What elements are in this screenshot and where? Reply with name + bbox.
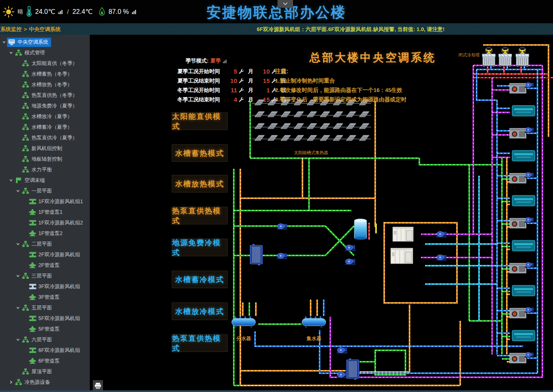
solar-collector[interactable] <box>346 123 356 129</box>
floor-unit-box[interactable] <box>512 150 535 161</box>
pump[interactable] <box>525 262 534 268</box>
sidebar-item[interactable]: 6F双冷源新风机组 <box>0 345 90 356</box>
breadcrumb-parent[interactable]: 系统监控 <box>0 26 22 32</box>
plate-heat-exchanger[interactable] <box>250 244 263 265</box>
sidebar-item[interactable]: 1F双冷源新风机组1 <box>0 196 90 207</box>
chevron-down-icon[interactable] <box>15 274 21 278</box>
chevron-down-icon[interactable] <box>8 51 14 55</box>
collector-tank[interactable] <box>302 316 326 328</box>
sidebar-item[interactable]: 冷热源设备 <box>0 377 90 388</box>
ahu-unit[interactable] <box>510 218 526 228</box>
sidebar-item[interactable]: 水力平衡 <box>0 164 90 175</box>
chevron-down-icon[interactable] <box>8 178 14 182</box>
edit-wrench-icon[interactable] <box>238 69 244 74</box>
sidebar-item[interactable]: 水槽蓄热（冬季） <box>0 69 90 79</box>
sidebar-item[interactable]: 2F管道泵 <box>0 260 90 271</box>
sidebar-item[interactable]: 热泵直供冷（夏季） <box>0 132 90 143</box>
sidebar-item[interactable]: 水槽蓄冷（夏季） <box>0 122 90 132</box>
solar-collector[interactable] <box>320 112 330 117</box>
month-value[interactable]: 4 <box>226 96 237 103</box>
sidebar-item[interactable]: 1F管道泵2 <box>0 228 90 239</box>
mode-button-ground-free-cool[interactable]: 地源免费冷模式 <box>172 239 228 256</box>
sidebar-item[interactable]: 一层平面 <box>0 186 90 196</box>
chevron-down-icon[interactable] <box>15 189 21 193</box>
solar-collector[interactable] <box>346 135 356 141</box>
sidebar-item[interactable]: 3F双冷源新风机组 <box>0 281 90 292</box>
pump[interactable] <box>277 224 287 230</box>
mode-button-tank-store-heat[interactable]: 水槽蓄热模式 <box>172 144 228 162</box>
sidebar-item[interactable]: 新风机组控制 <box>0 143 90 154</box>
chevron-down-icon[interactable] <box>15 242 21 246</box>
mode-button-heatpump-supply[interactable]: 热泵直供热模式 <box>172 334 228 352</box>
solar-collector[interactable] <box>359 112 369 117</box>
sidebar-item[interactable]: 屋顶平面 <box>0 366 90 377</box>
storage-tank[interactable] <box>354 219 367 240</box>
print-button[interactable] <box>93 380 103 392</box>
pump[interactable] <box>525 128 534 133</box>
ahu-unit[interactable] <box>510 83 526 93</box>
solar-collector[interactable] <box>320 135 330 141</box>
pump[interactable] <box>525 83 534 88</box>
sidebar-item[interactable]: 地板辐射控制 <box>0 154 90 164</box>
alarm-message[interactable]: 6F双冷源新风机组：六层平面.6F双冷源新风机组.缺风报警, 当前值: 1.0,… <box>257 26 444 33</box>
collapse-header-tab[interactable] <box>278 0 293 8</box>
chevron-down-icon[interactable] <box>15 338 21 342</box>
sidebar-item[interactable]: 太阳能直供（冬季） <box>0 58 90 69</box>
solar-collector[interactable] <box>333 123 343 129</box>
sidebar-item[interactable]: 三层平面 <box>0 271 90 281</box>
ahu-unit[interactable] <box>510 308 526 318</box>
sidebar-item[interactable]: 空调末端 <box>0 175 90 186</box>
pump[interactable] <box>337 372 347 379</box>
day-value[interactable]: 15 <box>259 77 270 84</box>
sidebar-item[interactable]: 二层平面 <box>0 239 90 249</box>
ahu-unit[interactable] <box>510 353 526 363</box>
solar-collector[interactable] <box>281 123 291 129</box>
solar-collector[interactable] <box>281 135 291 141</box>
plate-heat-exchanger[interactable] <box>346 358 359 380</box>
pump[interactable] <box>436 255 447 261</box>
solar-collector[interactable] <box>307 135 317 141</box>
chiller-unit[interactable] <box>393 227 413 241</box>
solar-collector[interactable] <box>333 112 343 117</box>
floor-unit-box[interactable] <box>512 195 535 206</box>
solar-collector[interactable] <box>307 112 317 117</box>
day-value[interactable]: 10 <box>259 68 270 75</box>
cooling-tower[interactable] <box>482 47 495 67</box>
ahu-unit[interactable] <box>510 173 526 183</box>
solar-collector[interactable] <box>255 123 264 129</box>
sidebar-item[interactable]: 水槽放热（冬季） <box>0 79 90 90</box>
mode-button-heatpump-heat[interactable]: 热泵直供热模式 <box>172 207 228 224</box>
mode-button-solar-direct[interactable]: 太阳能直供模式 <box>172 112 228 130</box>
sidebar-item[interactable]: 2F双冷源新风机组 <box>0 249 90 260</box>
month-value[interactable]: 11 <box>226 87 237 94</box>
cooling-tower[interactable] <box>499 47 512 67</box>
mode-button-tank-store-cool[interactable]: 水槽蓄冷模式 <box>172 271 228 288</box>
day-value[interactable]: 1 <box>259 87 270 94</box>
sidebar-item[interactable]: 1F管道泵1 <box>0 207 90 217</box>
solar-collector[interactable] <box>294 123 304 129</box>
pump[interactable] <box>525 172 534 178</box>
sidebar-item[interactable]: 地源免费冷（夏季） <box>0 101 90 111</box>
edit-wrench-icon[interactable] <box>238 97 244 103</box>
floor-unit-box[interactable] <box>512 105 535 116</box>
sidebar-item[interactable]: 5F双冷源新风机组 <box>0 313 90 324</box>
mode-button-tank-release-cool[interactable]: 水槽放冷模式 <box>172 302 228 320</box>
sidebar-item[interactable]: 6F管道泵 <box>0 356 90 366</box>
month-value[interactable]: 10 <box>226 77 237 84</box>
distributor-tank[interactable] <box>232 316 255 328</box>
solar-collector[interactable] <box>281 112 291 117</box>
solar-collector[interactable] <box>268 135 278 141</box>
pump[interactable] <box>525 352 534 358</box>
pump[interactable] <box>436 232 447 238</box>
solar-collector[interactable] <box>255 135 264 141</box>
sidebar-item[interactable]: 热泵直供热（冬季） <box>0 90 90 101</box>
cooling-tower[interactable] <box>516 47 529 67</box>
solar-collector[interactable] <box>333 135 343 141</box>
solar-collector[interactable] <box>346 112 356 117</box>
pump[interactable] <box>525 307 534 313</box>
solar-collector[interactable] <box>320 123 330 129</box>
solar-collector[interactable] <box>359 135 369 141</box>
pump[interactable] <box>277 253 287 260</box>
solar-collector[interactable] <box>268 112 278 117</box>
sidebar-item[interactable]: 水槽放冷（夏季） <box>0 111 90 122</box>
